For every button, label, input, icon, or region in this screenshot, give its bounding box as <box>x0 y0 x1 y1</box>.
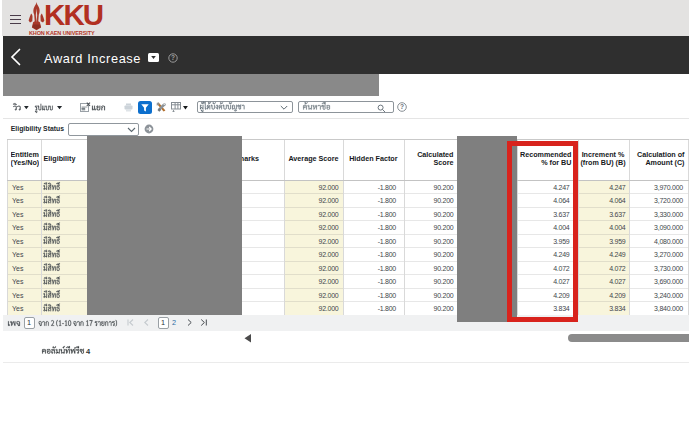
svg-text:?: ? <box>171 54 175 61</box>
svg-text:?: ? <box>400 103 404 110</box>
